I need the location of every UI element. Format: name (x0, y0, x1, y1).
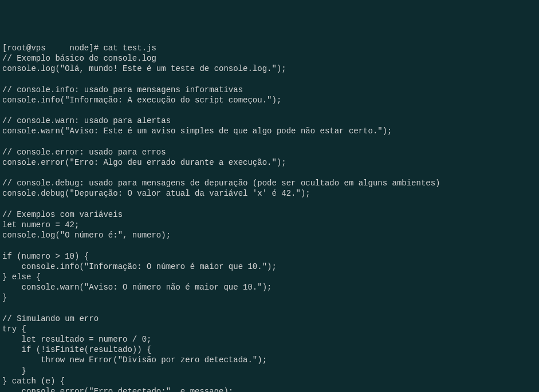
code-line: console.warn("Aviso: O número não é maio… (2, 283, 272, 292)
code-line: // console.error: usado para erros (2, 148, 166, 157)
code-line: } (2, 293, 7, 302)
code-line: console.info("Informação: O número é mai… (2, 262, 277, 271)
code-line: console.log("O número é:", numero); (2, 231, 171, 240)
code-line: // Simulando um erro (2, 314, 99, 323)
code-line: let numero = 42; (2, 220, 79, 229)
code-line: throw new Error("Divisão por zero detect… (2, 355, 267, 365)
code-line: if (!isFinite(resultado)) { (2, 345, 151, 354)
code-line: console.debug("Depuração: O valor atual … (2, 189, 310, 198)
terminal-output[interactable]: [root@vps node]# cat test.js // Exemplo … (2, 43, 537, 392)
shell-prompt-line: [root@vps node]# cat test.js (2, 43, 156, 53)
code-line: } else { (2, 272, 41, 282)
code-line: // Exemplo básico de console.log (2, 54, 156, 63)
code-line: console.error("Erro: Algo deu errado dur… (2, 158, 286, 167)
code-line: // console.warn: usado para alertas (2, 116, 171, 125)
code-line: // console.debug: usado para mensagens d… (2, 179, 440, 188)
code-line: console.warn("Aviso: Este é um aviso sim… (2, 126, 392, 136)
code-line: } catch (e) { (2, 377, 65, 386)
code-line: console.info("Informação: A execução do … (2, 96, 281, 105)
code-line: let resultado = numero / 0; (2, 335, 151, 344)
code-line: } (2, 366, 26, 375)
code-line: // Exemplos com variáveis (2, 210, 123, 219)
code-line: console.error("Erro detectado:", e.messa… (2, 387, 233, 392)
code-line: if (numero > 10) { (2, 252, 89, 261)
code-line: console.log("Olá, mundo! Este é um teste… (2, 64, 286, 73)
code-line: try { (2, 324, 26, 334)
code-line: // console.info: usado para mensagens in… (2, 85, 243, 94)
